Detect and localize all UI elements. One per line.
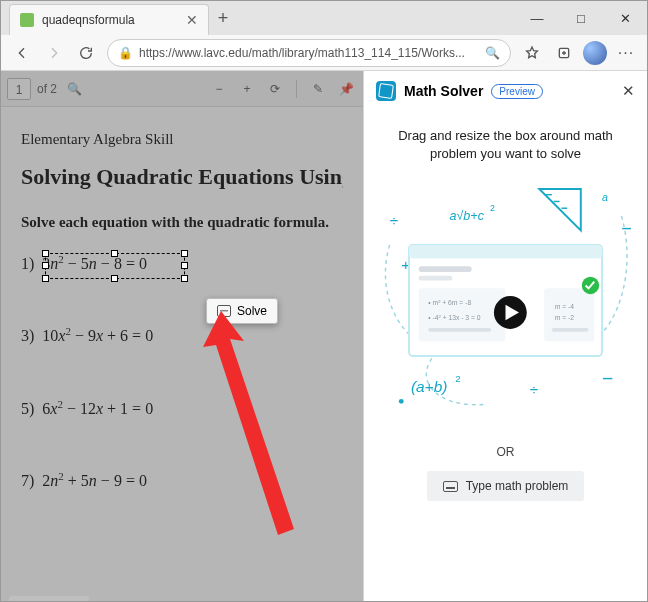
address-bar[interactable]: 🔒 https://www.lavc.edu/math/library/math…	[107, 39, 511, 67]
illus-abc: a√b+c	[450, 209, 485, 223]
doc-skill-heading: Elementary Algebra Skill	[21, 131, 343, 148]
svg-text:(a+b): (a+b)	[411, 378, 447, 395]
svg-rect-12	[419, 267, 472, 273]
pdf-horizontal-scrollbar[interactable]	[9, 596, 89, 602]
pdf-search-icon[interactable]: 🔍	[63, 82, 85, 96]
collections-button[interactable]	[549, 38, 579, 68]
nav-back-button[interactable]	[7, 38, 37, 68]
panel-title: Math Solver	[404, 83, 483, 99]
svg-text:2: 2	[455, 373, 460, 384]
resize-handle[interactable]	[111, 250, 118, 257]
equation-7: 7) 2n2 + 5n − 9 = 0	[21, 470, 343, 490]
svg-text:−: −	[621, 219, 631, 240]
pdf-draw-icon[interactable]: ✎	[307, 82, 329, 96]
solve-icon	[217, 305, 231, 317]
svg-text:÷: ÷	[530, 382, 538, 399]
lock-icon: 🔒	[118, 46, 133, 60]
url-text: https://www.lavc.edu/math/library/math11…	[139, 46, 479, 60]
svg-text:m  = -2: m = -2	[555, 315, 575, 322]
equation-3: 3) 10x2 − 9x + 6 = 0	[21, 325, 343, 345]
resize-handle[interactable]	[181, 262, 188, 269]
panel-close-button[interactable]: ✕	[622, 82, 635, 100]
type-math-problem-button[interactable]: Type math problem	[427, 471, 585, 501]
tab-title: quadeqnsformula	[42, 13, 174, 27]
math-selection-box[interactable]	[45, 253, 185, 279]
type-math-label: Type math problem	[466, 479, 569, 493]
svg-text:−: −	[602, 368, 613, 389]
svg-text:m  = -4: m = -4	[555, 303, 575, 310]
panel-illustration[interactable]: ÷ + a − − a√b+c 2	[380, 173, 631, 423]
svg-text:a: a	[602, 192, 608, 204]
nav-refresh-button[interactable]	[71, 38, 101, 68]
equation-5: 5) 6x2 − 12x + 1 = 0	[21, 398, 343, 418]
profile-avatar[interactable]	[583, 41, 607, 65]
pdf-page-input[interactable]: 1	[7, 78, 31, 100]
pdf-page-total: of 2	[37, 82, 57, 96]
resize-handle[interactable]	[111, 275, 118, 282]
window-minimize-button[interactable]: —	[515, 1, 559, 35]
or-label: OR	[380, 445, 631, 459]
pdf-zoom-out-button[interactable]: −	[208, 82, 230, 96]
resize-handle[interactable]	[181, 275, 188, 282]
menu-button[interactable]: ···	[611, 38, 641, 68]
solve-label: Solve	[237, 304, 267, 318]
svg-rect-21	[552, 328, 589, 332]
svg-text:• -4² + 13x - 3 = 0: • -4² + 13x - 3 = 0	[428, 315, 481, 322]
svg-text:÷: ÷	[390, 212, 398, 229]
pdf-viewer: 1 of 2 🔍 − + ⟳ ✎ 📌 Elementary Algebra Sk…	[1, 71, 363, 602]
pdf-page[interactable]: Elementary Algebra Skill Solving Quadrat…	[1, 107, 363, 602]
svg-text:• m² + 6m = -8: • m² + 6m = -8	[428, 299, 471, 306]
nav-forward-button[interactable]	[39, 38, 69, 68]
illus-sq: 2	[490, 203, 495, 213]
tab-close-icon[interactable]: ✕	[182, 12, 202, 28]
panel-instruction: Drag and resize the box around math prob…	[390, 127, 621, 163]
resize-handle[interactable]	[42, 275, 49, 282]
tab-favicon	[20, 13, 34, 27]
pdf-pin-icon[interactable]: 📌	[335, 82, 357, 96]
zoom-indicator-icon[interactable]: 🔍	[485, 46, 500, 60]
pdf-zoom-in-button[interactable]: +	[236, 82, 258, 96]
doc-instruction: Solve each equation with the quadratic f…	[21, 214, 343, 231]
window-maximize-button[interactable]: □	[559, 1, 603, 35]
keyboard-icon	[443, 481, 458, 492]
svg-rect-13	[419, 276, 453, 281]
doc-title: Solving Quadratic Equations Using the Qu…	[21, 164, 343, 190]
svg-rect-11	[409, 245, 602, 259]
math-solver-panel: Math Solver Preview ✕ Drag and resize th…	[363, 71, 647, 602]
svg-rect-17	[428, 328, 491, 332]
solve-button[interactable]: Solve	[206, 298, 278, 324]
pdf-toolbar: 1 of 2 🔍 − + ⟳ ✎ 📌	[1, 71, 363, 107]
preview-badge: Preview	[491, 84, 543, 99]
resize-handle[interactable]	[42, 250, 49, 257]
browser-tab[interactable]: quadeqnsformula ✕	[9, 4, 209, 35]
resize-handle[interactable]	[181, 250, 188, 257]
math-solver-logo-icon	[376, 81, 396, 101]
svg-point-27	[399, 399, 404, 404]
window-close-button[interactable]: ✕	[603, 1, 647, 35]
new-tab-button[interactable]: +	[209, 1, 237, 35]
pdf-rotate-button[interactable]: ⟳	[264, 82, 286, 96]
resize-handle[interactable]	[42, 262, 49, 269]
favorites-button[interactable]	[517, 38, 547, 68]
